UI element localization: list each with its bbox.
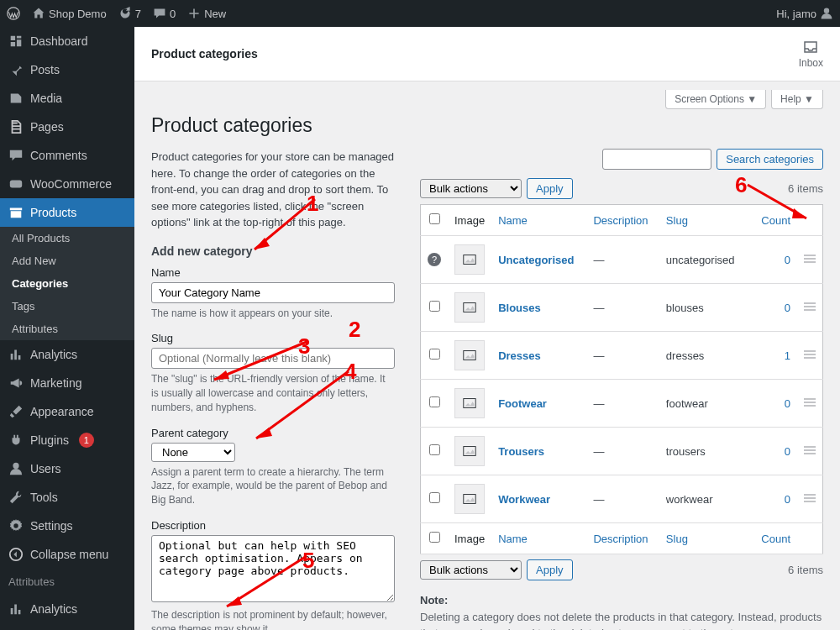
sidebar-item-users[interactable]: Users (0, 454, 134, 483)
plug-icon (8, 433, 24, 448)
col-slug[interactable]: Slug (659, 205, 747, 236)
row-checkbox[interactable] (429, 444, 440, 455)
description-textarea[interactable]: Optional but can help with SEO search op… (151, 535, 395, 602)
sidebar-subitem-add-new[interactable]: Add New (0, 249, 134, 272)
sidebar-item-media[interactable]: Media (0, 84, 134, 113)
sidebar-item-marketing[interactable]: Marketing (0, 369, 134, 397)
search-categories-button[interactable]: Search categories (717, 149, 823, 170)
bulk-actions-select-top[interactable]: Bulk actions (420, 179, 522, 198)
table-row: ?Uncategorised—uncategorised0 (421, 236, 823, 284)
select-all-top[interactable] (429, 213, 440, 224)
category-description: — (586, 236, 659, 284)
slug-label: Slug (151, 332, 395, 344)
thumbnail-placeholder (454, 436, 485, 466)
account-link[interactable]: Hi, jamo (776, 7, 833, 20)
sidebar-item-analytics[interactable]: Analytics (0, 595, 134, 623)
category-slug: trousers (659, 428, 747, 475)
table-row: Workwear—workwear0 (421, 475, 823, 523)
drag-handle-icon[interactable] (804, 396, 816, 408)
drag-handle-icon[interactable] (804, 301, 816, 312)
category-count-link[interactable]: 0 (785, 254, 790, 266)
sidebar-subitem-attributes[interactable]: Attributes (0, 318, 134, 340)
sidebar-item-marketing[interactable]: Marketing (0, 623, 134, 630)
select-all-bottom[interactable] (429, 532, 440, 543)
bulk-actions-select-bottom[interactable]: Bulk actions (420, 560, 522, 580)
category-name-link[interactable]: Footwear (498, 397, 547, 410)
thumbnail-placeholder (454, 388, 485, 418)
sidebar-subitem-categories[interactable]: Categories (0, 272, 134, 295)
sidebar-subitem-all-products[interactable]: All Products (0, 227, 134, 249)
sidebar-item-appearance[interactable]: Appearance (0, 397, 134, 426)
page-title: Product categories (151, 114, 823, 137)
sidebar-item-products[interactable]: Products (0, 198, 134, 227)
drag-handle-icon[interactable] (804, 349, 816, 360)
apply-button-top[interactable]: Apply (527, 178, 573, 199)
category-count-link[interactable]: 0 (785, 493, 790, 506)
items-count-top: 6 items (788, 182, 823, 195)
description-desc: The description is not prominent by defa… (151, 608, 395, 630)
category-count-link[interactable]: 1 (785, 349, 790, 362)
category-slug: dresses (659, 332, 747, 380)
sidebar-item-tools[interactable]: Tools (0, 483, 134, 512)
drag-handle-icon[interactable] (804, 253, 816, 265)
sidebar-item-analytics[interactable]: Analytics (0, 340, 134, 369)
thumbnail-placeholder (454, 292, 485, 323)
sidebar-item-settings[interactable]: Settings (0, 512, 134, 540)
sidebar-item-label: Settings (30, 519, 73, 533)
parent-select[interactable]: None (151, 443, 235, 462)
sidebar-item-comments[interactable]: Comments (0, 141, 134, 170)
sidebar-item-plugins[interactable]: Plugins1 (0, 426, 134, 454)
thumbnail-placeholder (454, 484, 485, 514)
inbox-button[interactable]: Inbox (799, 39, 823, 69)
description-label: Description (151, 519, 395, 532)
col-description[interactable]: Description (586, 205, 659, 236)
sidebar-item-label: Appearance (30, 405, 94, 418)
category-count-link[interactable]: 0 (785, 302, 790, 314)
col-image: Image (448, 205, 491, 236)
category-count-link[interactable]: 0 (785, 397, 790, 410)
category-name-link[interactable]: Dresses (498, 349, 541, 362)
sidebar-item-dashboard[interactable]: Dashboard (0, 27, 134, 55)
sidebar-item-label: Posts (30, 63, 60, 76)
sidebar-item-label: Media (30, 92, 62, 105)
sidebar-item-woocommerce[interactable]: WooCommerce (0, 170, 134, 198)
site-link[interactable]: Shop Demo (32, 7, 107, 20)
cog-icon (8, 518, 24, 533)
category-count-link[interactable]: 0 (785, 445, 790, 458)
drag-handle-icon[interactable] (804, 444, 816, 456)
row-checkbox[interactable] (429, 349, 440, 360)
col-count[interactable]: Count (747, 205, 797, 236)
categories-table: Image Name Description Slug Count ?Uncat… (420, 204, 823, 554)
wp-logo[interactable] (7, 7, 20, 20)
category-name-link[interactable]: Uncategorised (498, 254, 574, 266)
category-name-link[interactable]: Trousers (498, 445, 544, 458)
sidebar-item-label: WooCommerce (30, 177, 112, 191)
category-slug: workwear (659, 475, 747, 523)
sidebar-item-posts[interactable]: Posts (0, 55, 134, 84)
help-toggle[interactable]: Help ▼ (771, 90, 823, 109)
apply-button-bottom[interactable]: Apply (527, 559, 573, 580)
row-checkbox[interactable] (429, 301, 440, 312)
help-icon[interactable]: ? (428, 253, 441, 266)
sidebar-item-collapse-menu[interactable]: Collapse menu (0, 540, 134, 569)
name-input[interactable] (151, 282, 395, 303)
sidebar-item-pages[interactable]: Pages (0, 113, 134, 141)
page-header: Product categories Inbox (134, 27, 840, 81)
sidebar-item-label: Pages (30, 120, 64, 134)
screen-options-toggle[interactable]: Screen Options ▼ (665, 90, 766, 109)
comments-link[interactable]: 0 (153, 7, 176, 20)
search-input[interactable] (602, 149, 711, 170)
updates-link[interactable]: 7 (118, 7, 141, 20)
media-icon (8, 91, 24, 106)
slug-input[interactable] (151, 348, 395, 369)
category-name-link[interactable]: Blouses (498, 302, 541, 314)
new-link[interactable]: New (187, 7, 226, 20)
drag-handle-icon[interactable] (804, 492, 816, 504)
delete-note: Note: Deleting a category does not delet… (420, 592, 823, 630)
row-checkbox[interactable] (429, 492, 440, 503)
row-checkbox[interactable] (429, 396, 440, 407)
sidebar-subitem-tags[interactable]: Tags (0, 295, 134, 318)
category-name-link[interactable]: Workwear (498, 493, 550, 506)
col-name[interactable]: Name (491, 205, 586, 236)
main-content: Product categories Inbox Screen Options … (134, 27, 840, 630)
